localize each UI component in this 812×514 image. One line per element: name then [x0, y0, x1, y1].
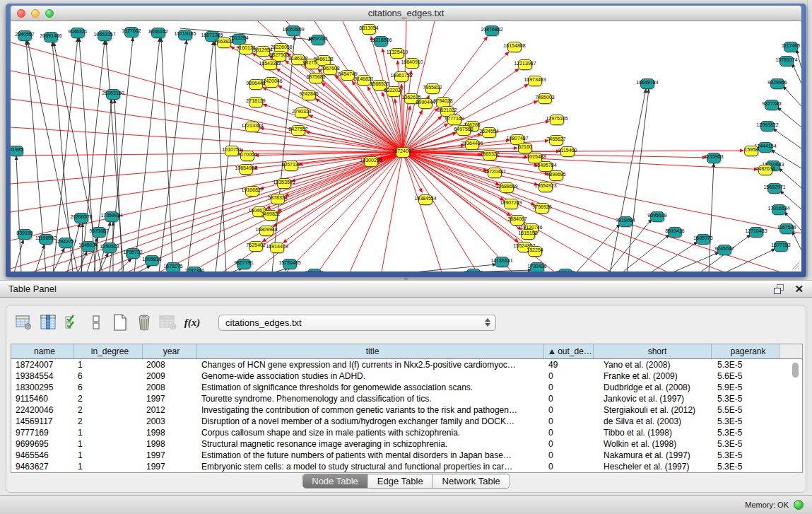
graph-node[interactable]: 10719185 — [178, 30, 192, 40]
graph-node[interactable]: 16720487 — [488, 168, 502, 178]
graph-node[interactable]: 20364436 — [465, 139, 479, 150]
graph-node[interactable]: 15751074 — [779, 56, 794, 66]
maximize-window-icon[interactable] — [45, 9, 54, 18]
graph-node[interactable]: 15736485 — [283, 259, 297, 269]
graph-node[interactable]: 19166827 — [245, 186, 259, 197]
graph-node[interactable]: 1605073 — [696, 234, 710, 245]
graph-node[interactable]: 1678275 — [166, 262, 180, 272]
graph-node[interactable]: 12444154 — [758, 142, 772, 153]
graph-node[interactable]: 3624554 — [482, 127, 496, 138]
graph-node[interactable]: 12710433 — [749, 227, 763, 238]
graph-node[interactable]: 18353593 — [277, 178, 291, 189]
column-header-out-de-[interactable]: out_de… — [544, 344, 594, 358]
column-header-short[interactable]: short — [594, 344, 712, 358]
graph-node[interactable]: 9899695 — [549, 170, 563, 181]
graph-node[interactable]: 1615152 — [521, 229, 535, 240]
select-column-button[interactable] — [37, 313, 59, 332]
graph-node[interactable]: 9329966 — [770, 78, 784, 89]
delete-table-button[interactable] — [134, 313, 155, 332]
graph-node[interactable]: 20206576 — [74, 213, 88, 223]
graph-node[interactable]: 15692971 — [767, 183, 782, 194]
graph-node[interactable]: 10653257 — [98, 30, 112, 41]
graph-node[interactable]: 9227343 — [765, 100, 779, 110]
graph-node[interactable]: 7919064 — [618, 216, 632, 227]
graph-node[interactable]: 3499822 — [264, 210, 278, 221]
graph-node[interactable]: 7955812 — [425, 83, 440, 94]
graph-node[interactable]: 1733426 — [530, 262, 544, 272]
graph-node[interactable]: 31985 — [11, 146, 23, 156]
table-settings-button[interactable] — [13, 313, 35, 332]
graph-node[interactable]: 152254 — [528, 246, 542, 257]
graph-node[interactable]: 16914479 — [270, 243, 284, 253]
resize-grip-icon[interactable] — [792, 262, 800, 270]
graph-node[interactable]: 11325419 — [390, 48, 404, 59]
graph-node[interactable]: 22420046 — [264, 77, 278, 88]
graph-node[interactable]: 8910416 — [668, 227, 682, 238]
import-table-button[interactable] — [158, 313, 179, 332]
graph-node[interactable]: 839159 — [18, 229, 32, 240]
graph-node[interactable]: 2790314 — [295, 107, 309, 118]
column-visibility-button[interactable] — [61, 313, 83, 332]
table-row[interactable]: 977716911998Corpus callosum shape and si… — [11, 427, 802, 438]
tab-edge-table[interactable]: Edge Table — [367, 474, 433, 488]
table-row[interactable]: 2242004622012Investigating the contribut… — [11, 404, 802, 416]
graph-node[interactable]: 26163150 — [106, 89, 120, 100]
column-header-name[interactable]: name — [11, 344, 74, 358]
graph-node[interactable]: 11156862 — [39, 234, 53, 245]
table-row[interactable]: 1830029562008Estimation of significance … — [11, 382, 802, 393]
graph-node[interactable]: 12213384 — [245, 122, 259, 132]
graph-node[interactable]: 1795722 — [126, 248, 140, 259]
graph-node[interactable]: 20691406 — [44, 32, 58, 42]
graph-node[interactable]: 9245042 — [717, 245, 731, 255]
graph-node[interactable]: 1010753 — [225, 146, 239, 156]
graph-node[interactable]: 14136141 — [495, 257, 509, 267]
table-row[interactable]: 969969511998Structural magnetic resonanc… — [11, 438, 802, 450]
graph-node[interactable]: 62160 — [518, 143, 532, 153]
graph-node[interactable]: 9056151 — [307, 269, 322, 272]
graph-node[interactable]: 9046321 — [71, 28, 85, 38]
graph-node[interactable]: 12213987 — [518, 59, 532, 70]
column-header-pagerank[interactable]: pagerank — [712, 344, 779, 358]
graph-node[interactable]: 8466162 — [151, 28, 165, 38]
graph-node[interactable]: 9777169 — [447, 115, 461, 125]
graph-node[interactable]: 10654982 — [239, 164, 253, 175]
graph-node[interactable]: 16154808 — [507, 42, 522, 52]
graph-node[interactable]: 2718129 — [249, 97, 263, 107]
network-canvas[interactable]: 2340557206914069046321106532571527602846… — [11, 21, 801, 271]
graph-node[interactable]: 1167534 — [779, 223, 794, 234]
graph-node[interactable]: 1362615 — [404, 93, 418, 104]
graph-node[interactable]: 10688609 — [500, 182, 514, 193]
graph-node[interactable]: 1250513 — [102, 243, 117, 253]
graph-node[interactable]: 12093822 — [760, 121, 775, 132]
tab-node-table[interactable]: Node Table — [302, 474, 367, 488]
graph-node[interactable]: 7463822 — [217, 37, 231, 48]
graph-node[interactable]: 19218506 — [374, 36, 388, 47]
graph-node[interactable]: 8311698 — [466, 269, 481, 272]
graph-node[interactable]: 9756928 — [535, 203, 549, 214]
graph-node[interactable]: 15958 — [744, 146, 758, 156]
graph-node[interactable]: 16961758 — [394, 71, 408, 82]
graph-node[interactable]: 20876852 — [485, 25, 499, 36]
memory-status-indicator[interactable] — [794, 500, 804, 510]
graph-node[interactable]: 6497568 — [457, 125, 471, 136]
graph-node[interactable]: 7485003 — [538, 93, 552, 104]
graph-node[interactable]: 1527602 — [124, 27, 139, 37]
graph-node[interactable]: 7465627 — [549, 135, 563, 146]
graph-node[interactable]: 16053809 — [286, 25, 300, 36]
graph-node[interactable]: 16543382 — [263, 59, 277, 70]
graph-node[interactable]: 7513294 — [232, 34, 246, 45]
graph-node[interactable]: 8990444 — [418, 98, 433, 109]
graph-node[interactable]: 1677153 — [774, 241, 788, 252]
graph-node[interactable]: 16809948 — [259, 226, 273, 236]
graph-node[interactable]: 7865322 — [483, 150, 497, 160]
table-row[interactable]: 946362711997Embryonic stem cells: a mode… — [11, 461, 802, 472]
graph-node[interactable]: 17359934 — [105, 211, 119, 222]
graph-node[interactable]: 9242845 — [302, 90, 316, 100]
graph-node[interactable]: 1117465 — [784, 42, 798, 52]
network-table-select[interactable]: citations_edges.txt — [218, 315, 496, 331]
graph-node[interactable]: 3912954 — [256, 46, 270, 57]
float-panel-icon[interactable] — [774, 284, 784, 294]
graph-node[interactable]: 10973493 — [528, 76, 542, 86]
graph-node[interactable]: 19654923 — [539, 182, 553, 192]
graph-node[interactable]: 1482634 — [758, 165, 772, 175]
